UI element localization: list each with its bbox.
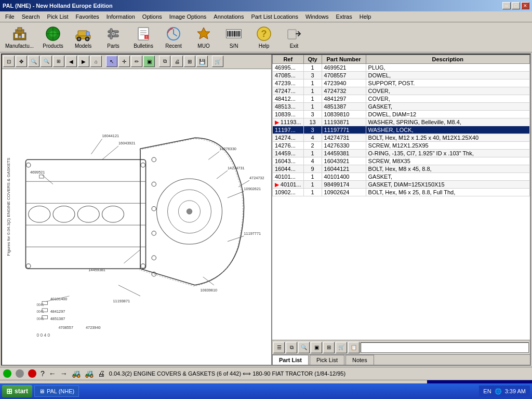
table-row[interactable]: 48513...14851387GASKET, <box>273 103 530 111</box>
exit-label: Exit <box>290 43 299 49</box>
menu-extras[interactable]: Extras <box>333 12 355 21</box>
diag-copy-btn[interactable]: ⧉ <box>159 56 170 67</box>
status-forward-btn[interactable]: → <box>60 369 68 378</box>
close-button[interactable]: ✕ <box>521 2 529 9</box>
cell-qty: 1 <box>303 103 322 111</box>
diag-print-btn[interactable]: 🖨 <box>171 56 183 67</box>
diag-pencil-btn[interactable]: ✏ <box>131 56 142 67</box>
menu-search[interactable]: Search <box>19 12 43 21</box>
status-question-btn[interactable]: ? <box>41 369 45 378</box>
cell-part-number: 10902624 <box>322 189 366 196</box>
cell-part-number: 14274731 <box>322 134 366 142</box>
menu-part-list-locations[interactable]: Part List Locations <box>248 12 301 21</box>
svg-text:16043921: 16043921 <box>118 141 136 145</box>
parts-toolbar-search-btn[interactable]: 🔍 <box>298 342 310 353</box>
table-row[interactable]: 40101...140101400GASKET, <box>273 173 530 181</box>
table-row[interactable]: 46995...14699521PLUG, <box>273 64 530 72</box>
toolbar-sn-button[interactable]: S/N <box>221 24 247 50</box>
table-row[interactable]: 14276...214276330SCREW, M12X1.25X95 <box>273 142 530 150</box>
tab-pick-list[interactable]: Pick List <box>310 355 344 365</box>
table-row[interactable]: 47247...14724732COVER, <box>273 87 530 95</box>
status-red-btn[interactable] <box>28 369 36 378</box>
table-row[interactable]: 10839...310839810DOWEL, DIAM=12 <box>273 111 530 118</box>
diag-home-btn[interactable]: ⌂ <box>90 56 102 67</box>
parts-table[interactable]: Ref Qty Part Number Description 46995...… <box>272 55 530 340</box>
cell-ref: 16043... <box>273 157 304 165</box>
diag-pan-btn[interactable]: ✥ <box>16 56 27 67</box>
cell-ref: 47247... <box>273 87 304 95</box>
parts-toolbar-copy-btn[interactable]: ⧉ <box>286 342 297 353</box>
table-row[interactable]: 14459...114459381O-RING, -135, Cl7, 1.92… <box>273 150 530 157</box>
table-row[interactable]: 47085...34708557DOWEL, <box>273 72 530 79</box>
parts-toolbar-b3-btn[interactable]: 🛒 <box>336 342 347 353</box>
parts-toolbar-b1-btn[interactable]: ▣ <box>311 342 322 353</box>
table-row[interactable]: 10902...110902624BOLT, Hex, M6 x 25, 8.8… <box>273 189 530 196</box>
cell-ref: 10902... <box>273 189 304 196</box>
row-arrow-icon: ▶ <box>275 182 281 188</box>
diag-grid-btn[interactable]: ⊞ <box>184 56 195 67</box>
menu-annotations[interactable]: Annotations <box>210 12 247 21</box>
table-row[interactable]: 14274...414274731BOLT, Hex, M12 x 1.25 x… <box>273 134 530 142</box>
toolbar-exit-button[interactable]: Exit <box>281 24 307 50</box>
tab-part-list[interactable]: Part List <box>272 355 309 365</box>
table-row[interactable]: 48412...14841297COVER, <box>273 95 530 103</box>
menu-windows[interactable]: Windows <box>302 12 332 21</box>
toolbar-recent-button[interactable]: Recent <box>161 24 187 50</box>
status-tractor1-btn[interactable]: 🚜 <box>72 369 81 378</box>
toolbar-bulletins-button[interactable]: ! Bulletins <box>130 24 156 50</box>
parts-toolbar-list-btn[interactable]: ☰ <box>273 342 285 353</box>
toolbar-manufactu-button[interactable]: Manufactu... <box>3 24 36 50</box>
table-row[interactable]: 16043...416043921SCREW, M8X35 <box>273 157 530 165</box>
diag-prev-btn[interactable]: ◀ <box>65 56 77 67</box>
menu-file[interactable]: File <box>2 12 18 21</box>
maximize-button[interactable]: □ <box>512 2 520 9</box>
diag-pointer-btn[interactable]: ↖ <box>106 56 117 67</box>
menu-information[interactable]: Information <box>103 12 138 21</box>
svg-rect-39 <box>236 31 237 36</box>
table-row[interactable]: 47239...14723940SUPPORT, POST. <box>273 79 530 87</box>
diag-color-btn[interactable]: ▣ <box>143 56 155 67</box>
muo-label: MUO <box>197 43 209 49</box>
status-back-btn[interactable]: ← <box>49 369 56 378</box>
svg-text:4708557: 4708557 <box>59 325 74 330</box>
menu-picklist[interactable]: Pick List <box>44 12 72 21</box>
diag-save-btn[interactable]: 💾 <box>196 56 208 67</box>
toolbar-parts-button[interactable]: Parts <box>100 24 126 50</box>
cell-part-number: 4851387 <box>322 103 366 111</box>
toolbar-muo-button[interactable]: MUO <box>191 24 217 50</box>
cell-part-number: 16043921 <box>322 157 366 165</box>
diag-crosshair-btn[interactable]: ✛ <box>118 56 130 67</box>
windows-logo-icon: ⊞ <box>6 387 12 395</box>
taskbar-pal-item[interactable]: 🖥 PAL (NHE) <box>34 385 79 397</box>
diag-select-btn[interactable]: ⊡ <box>3 56 15 67</box>
diag-zoom-in-btn[interactable]: 🔍 <box>28 56 39 67</box>
diag-next-btn[interactable]: ▶ <box>78 56 89 67</box>
table-row[interactable]: 16044...916044121BOLT, Hex, M8 x 45, 8.8… <box>273 165 530 173</box>
status-tractor2-btn[interactable]: 🚜 <box>85 369 94 378</box>
start-button[interactable]: ⊞ start <box>2 385 32 397</box>
toolbar-products-button[interactable]: Products <box>40 24 66 50</box>
diag-cart-btn[interactable]: 🛒 <box>212 56 223 67</box>
col-header-part: Part Number <box>322 55 366 64</box>
table-row[interactable]: ▶ 11193...1311193871WASHER, SPRING, Bell… <box>273 118 530 126</box>
cell-qty: 4 <box>303 134 322 142</box>
menu-image-options[interactable]: Image Options <box>166 12 210 21</box>
minimize-button[interactable]: ─ <box>502 2 511 9</box>
status-gray-btn[interactable] <box>16 369 24 378</box>
tab-notes[interactable]: Notes <box>345 355 374 365</box>
toolbar-help-button[interactable]: ? Help <box>251 24 277 50</box>
menu-favorites[interactable]: Favorites <box>73 12 102 21</box>
menu-help[interactable]: Help <box>356 12 375 21</box>
parts-toolbar-b2-btn[interactable]: ⊞ <box>323 342 335 353</box>
toolbar-models-button[interactable]: Models <box>70 24 96 50</box>
table-row[interactable]: 11197...311197771WASHER, LOCK, <box>273 126 530 134</box>
diag-zoom-out-btn[interactable]: 🔍 <box>41 56 52 67</box>
status-green-btn[interactable] <box>3 369 11 378</box>
table-row[interactable]: ▶ 40101...198499174GASKET, DIAM=125X150X… <box>273 181 530 189</box>
diag-zoom-fit-btn[interactable]: ⊞ <box>53 56 64 67</box>
parts-toolbar-input[interactable] <box>361 342 529 353</box>
parts-toolbar-b4-btn[interactable]: 📋 <box>348 342 360 353</box>
menu-options[interactable]: Options <box>139 12 165 21</box>
status-print-btn[interactable]: 🖨 <box>98 369 105 378</box>
engine-diagram-svg[interactable]: 16043921 16044121 4699521 11193871 14459… <box>9 69 271 365</box>
